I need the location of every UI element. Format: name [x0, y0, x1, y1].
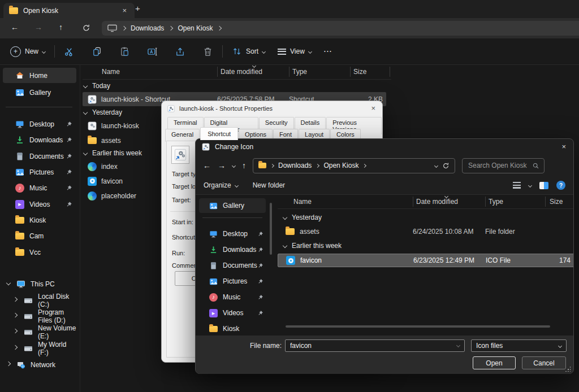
search-input[interactable]	[467, 161, 532, 170]
sidebar-item-kiosk[interactable]: Kiosk	[199, 321, 266, 336]
tab-close-icon[interactable]: ×	[120, 6, 129, 15]
see-more-button[interactable]: ···	[319, 47, 337, 55]
sidebar-item-documents[interactable]: Documents	[199, 258, 266, 273]
group-header-earlier-this-week[interactable]: Earlier this week	[283, 240, 342, 251]
search-box[interactable]	[572, 21, 579, 36]
file-name: launch-kiosk	[101, 122, 139, 130]
column-type[interactable]: Type	[489, 198, 503, 206]
new-label: New	[25, 47, 38, 55]
sidebar-item-home[interactable]: Home	[3, 68, 76, 83]
sort-button[interactable]: Sort	[227, 46, 270, 56]
sidebar-item-label: Desktop	[223, 230, 248, 238]
sidebar-item-music[interactable]: ♪ Music	[3, 180, 76, 195]
new-folder-button[interactable]: New folder	[253, 181, 285, 189]
new-button[interactable]: + New	[6, 46, 50, 57]
group-header-today[interactable]: Today	[84, 80, 110, 92]
tab-title: Open Kiosk	[23, 7, 115, 15]
up-button[interactable]: ↑	[59, 23, 63, 32]
group-header-yesterday[interactable]: Yesterday	[283, 212, 322, 223]
cut-button[interactable]	[59, 46, 79, 57]
sidebar-item-downloads[interactable]: Downloads	[199, 242, 266, 257]
new-tab-button[interactable]: +	[131, 2, 144, 14]
open-button[interactable]: Open	[473, 356, 516, 369]
paste-button[interactable]	[115, 46, 135, 57]
sidebar-item-videos[interactable]: ▶ Videos	[3, 197, 76, 212]
chevron-down-icon[interactable]	[434, 163, 438, 167]
sidebar-item-this-pc[interactable]: This PC	[3, 276, 76, 291]
edge-html-icon	[88, 162, 97, 171]
preview-pane-icon[interactable]	[539, 182, 548, 189]
breadcrumb-downloads[interactable]: Downloads	[131, 24, 164, 32]
up-button[interactable]: ↑	[242, 161, 246, 170]
sidebar-item-gallery[interactable]: Gallery	[3, 85, 76, 100]
search-box[interactable]	[462, 158, 545, 173]
sidebar-item-network[interactable]: Network	[3, 357, 76, 372]
pin-icon	[66, 137, 72, 143]
column-date-modified[interactable]: Date modified	[416, 198, 458, 206]
sidebar-item-program-files-d[interactable]: Program Files (D:)	[11, 308, 78, 324]
close-icon[interactable]: ×	[561, 142, 566, 151]
column-date-modified[interactable]: Date modified	[221, 68, 262, 76]
view-button[interactable]: View	[273, 47, 316, 55]
refresh-icon[interactable]	[82, 24, 90, 32]
organize-button[interactable]: Organize	[204, 181, 238, 189]
help-icon[interactable]: ?	[556, 181, 565, 190]
file-row-assets[interactable]: assets 6/24/2025 10:08 AM File folder	[278, 225, 573, 238]
sidebar-item-pictures[interactable]: Pictures	[199, 274, 266, 289]
recent-locations-icon[interactable]	[232, 163, 236, 167]
sidebar-item-vcc[interactable]: Vcc	[3, 245, 76, 260]
sidebar-item-downloads[interactable]: Downloads	[3, 132, 76, 147]
address-bar[interactable]: Downloads Open Kiosk	[102, 21, 579, 36]
rename-button[interactable]	[142, 46, 162, 57]
copy-button[interactable]	[87, 46, 107, 57]
tab-shortcut[interactable]: Shortcut	[200, 127, 238, 140]
tab-general[interactable]: General	[165, 129, 200, 142]
column-size[interactable]: Size	[353, 68, 366, 76]
column-type[interactable]: Type	[292, 68, 307, 76]
breadcrumb-downloads[interactable]: Downloads	[278, 162, 312, 169]
sidebar-item-gallery[interactable]: Gallery	[199, 198, 266, 213]
sidebar-item-videos[interactable]: ▶ Videos	[199, 306, 266, 320]
group-header-yesterday[interactable]: Yesterday	[84, 107, 122, 118]
chevron-down-icon[interactable]	[528, 183, 532, 187]
sidebar-item-kiosk[interactable]: Kiosk	[3, 212, 76, 228]
cancel-button[interactable]: Cancel	[522, 356, 566, 369]
sidebar-item-desktop[interactable]: Desktop	[199, 227, 266, 241]
close-icon[interactable]: ×	[371, 104, 375, 112]
sidebar-item-new-volume-e[interactable]: New Volume (E:)	[11, 324, 78, 339]
downloads-icon	[209, 246, 218, 254]
breadcrumb-open-kiosk[interactable]: Open Kiosk	[323, 162, 358, 169]
forward-button[interactable]: →	[34, 23, 42, 32]
group-header-earlier-this-week[interactable]: Earlier this week	[84, 147, 142, 159]
horizontal-scrollbar[interactable]	[286, 325, 550, 328]
sidebar-item-my-world-f[interactable]: My World (F:)	[11, 341, 78, 356]
column-size[interactable]: Size	[550, 198, 563, 206]
sidebar-item-pictures[interactable]: Pictures	[3, 164, 76, 180]
explorer-tab[interactable]: Open Kiosk ×	[3, 3, 135, 18]
file-row-favicon[interactable]: favicon 6/23/2025 12:49 PM ICO File 174	[278, 254, 573, 267]
sidebar-item-cam[interactable]: Cam	[3, 228, 76, 243]
search-icon	[532, 162, 539, 169]
view-mode-icon[interactable]	[513, 182, 521, 189]
sidebar-item-documents[interactable]: Documents	[3, 149, 76, 164]
delete-button[interactable]	[198, 46, 218, 57]
sidebar-item-desktop[interactable]: Desktop	[3, 116, 76, 132]
breadcrumb-open-kiosk[interactable]: Open Kiosk	[178, 24, 213, 32]
home-icon	[15, 71, 24, 80]
back-button[interactable]: ←	[11, 23, 19, 32]
this-pc-icon	[16, 280, 25, 289]
share-button[interactable]	[170, 46, 190, 57]
file-type-select[interactable]: Icon files	[471, 339, 567, 352]
sidebar-scrollbar[interactable]	[270, 203, 272, 255]
forward-button[interactable]: →	[218, 161, 226, 170]
chevron-down-icon	[262, 49, 266, 53]
sidebar-item-music[interactable]: ♪ Music	[199, 290, 266, 304]
sidebar-item-label: Vcc	[29, 249, 41, 256]
file-name-input[interactable]	[285, 339, 465, 352]
column-name[interactable]: Name	[102, 68, 120, 76]
address-bar[interactable]: Downloads Open Kiosk	[253, 158, 455, 173]
back-button[interactable]: ←	[203, 161, 211, 170]
sidebar-item-local-disk-c[interactable]: Local Disk (C:)	[11, 293, 78, 308]
refresh-icon[interactable]	[442, 162, 450, 169]
column-name[interactable]: Name	[293, 198, 312, 206]
